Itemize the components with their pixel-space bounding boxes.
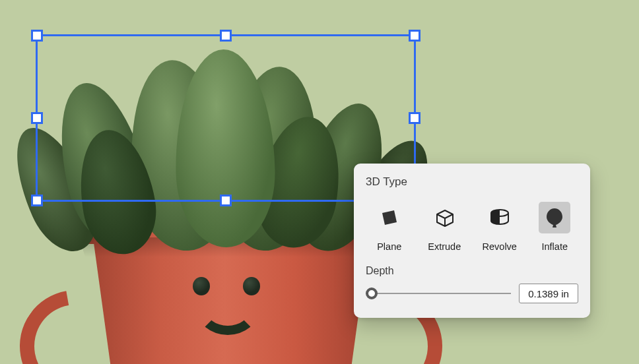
pot-eye-right [243, 277, 260, 295]
resize-handle-middle-right[interactable] [409, 112, 420, 124]
plane-icon [380, 208, 399, 228]
type-inflate-button[interactable]: Inflate [531, 198, 579, 252]
type-label: Plane [377, 241, 401, 252]
slider-track [366, 293, 511, 294]
resize-handle-bottom-middle[interactable] [220, 195, 232, 206]
depth-label: Depth [366, 265, 578, 277]
resize-handle-bottom-left[interactable] [31, 195, 43, 206]
resize-handle-top-middle[interactable] [220, 30, 232, 42]
resize-handle-top-left[interactable] [31, 30, 43, 42]
depth-slider[interactable] [366, 287, 511, 300]
resize-handle-top-right[interactable] [409, 30, 420, 42]
3d-type-panel: 3D Type Plane Extrude [354, 164, 590, 318]
type-revolve-button[interactable]: Revolve [476, 198, 523, 252]
depth-input[interactable] [519, 284, 578, 303]
pot-eye-left [193, 277, 210, 295]
resize-handle-middle-left[interactable] [31, 112, 43, 124]
extrude-icon [433, 206, 455, 229]
type-label: Extrude [428, 241, 461, 252]
svg-marker-1 [437, 210, 453, 218]
type-label: Revolve [483, 241, 517, 252]
slider-thumb[interactable] [366, 288, 378, 299]
3d-type-options: Plane Extrude [366, 198, 578, 252]
type-plane-button[interactable]: Plane [366, 198, 413, 252]
revolve-icon [488, 208, 511, 228]
svg-marker-0 [382, 210, 397, 225]
type-label: Inflate [542, 241, 568, 252]
panel-title: 3D Type [366, 175, 578, 189]
type-extrude-button[interactable]: Extrude [421, 198, 469, 252]
inflate-icon [545, 207, 564, 228]
